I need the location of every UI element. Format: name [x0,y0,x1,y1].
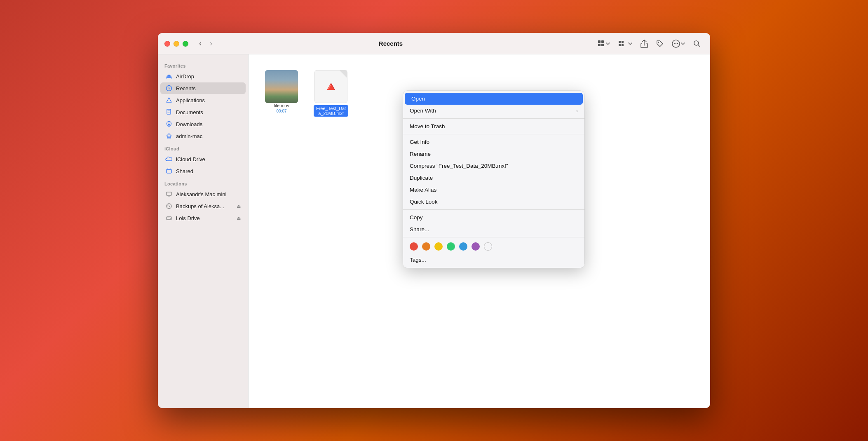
ctx-share[interactable]: Share... [403,223,584,235]
documents-icon [165,108,173,116]
svg-point-8 [658,42,659,43]
content-area: file.mov 00:07 🔺 Free_Test_Data_20MB.mxf… [249,54,710,408]
ctx-open-with[interactable]: Open With › [403,105,584,117]
mxf-filename-badge: Free_Test_Data_20MB.mxf [314,105,348,117]
svg-rect-20 [168,196,170,197]
ctx-color-yellow[interactable] [434,242,443,251]
search-button[interactable] [690,38,704,49]
share-button[interactable] [638,38,651,50]
sidebar-item-recents[interactable]: Recents [160,82,246,94]
sidebar-item-lois-drive[interactable]: Lois Drive ⏏ [160,212,246,224]
ctx-open[interactable]: Open [405,93,583,105]
svg-rect-4 [619,41,621,43]
recents-label: Recents [176,85,196,91]
group-chevron-icon [628,42,632,46]
sidebar-item-shared[interactable]: Shared [160,165,246,177]
more-button[interactable] [669,38,688,50]
svg-rect-16 [167,109,171,114]
sidebar-item-admin-mac[interactable]: admin-mac [160,130,246,142]
applications-icon [165,96,173,104]
context-menu: Open Open With › Move to Trash Get Info … [403,91,584,268]
svg-rect-7 [622,44,624,46]
downloads-icon [165,120,173,128]
ctx-color-green[interactable] [447,242,455,251]
svg-rect-6 [619,44,621,46]
ctx-tags[interactable]: Tags... [403,254,584,266]
minimize-button[interactable] [174,41,179,47]
ctx-copy-label: Copy [410,214,423,220]
file-item-mxf[interactable]: 🔺 Free_Test_Data_20MB.mxf [310,67,352,120]
eject-icon-lois[interactable]: ⏏ [237,216,241,221]
ctx-color-purple[interactable] [472,242,480,251]
svg-point-10 [674,43,675,44]
ctx-make-alias-label: Make Alias [410,187,436,193]
ctx-color-row [403,239,584,254]
ctx-tags-label: Tags... [410,257,426,263]
chevron-down-icon [606,42,610,46]
ctx-rename[interactable]: Rename [403,148,584,160]
sidebar-item-applications[interactable]: Applications [160,94,246,106]
group-icon [618,40,627,47]
vlc-cone-icon: 🔺 [323,79,339,94]
sidebar-item-airdrop[interactable]: AirDrop [160,70,246,82]
icloud-header: iCloud [158,142,248,153]
view-toggle-button[interactable] [595,38,613,49]
mov-duration: 00:07 [276,109,286,113]
ctx-rename-label: Rename [410,151,431,157]
backup-icon [165,202,173,210]
toolbar-tools [595,38,704,50]
shared-icon [165,167,173,175]
sidebar: Favorites AirDrop [158,54,249,408]
ctx-get-info[interactable]: Get Info [403,136,584,148]
finder-body: Favorites AirDrop [158,54,710,408]
ctx-compress[interactable]: Compress “Free_Test_Data_20MB.mxf” [403,160,584,172]
airdrop-label: AirDrop [176,73,194,80]
ctx-share-label: Share... [410,226,429,232]
file-item-mov[interactable]: file.mov 00:07 [261,67,302,120]
mov-filename: file.mov [274,103,289,108]
ctx-compress-label: Compress “Free_Test_Data_20MB.mxf” [410,163,508,169]
ctx-copy[interactable]: Copy [403,211,584,223]
airdrop-icon [165,73,173,80]
eject-icon-backups[interactable]: ⏏ [237,204,241,209]
tag-button[interactable] [653,38,666,49]
icloud-drive-label: iCloud Drive [176,156,205,162]
share-icon [640,40,648,48]
window-title: Recents [187,40,595,47]
downloads-label: Downloads [176,121,202,127]
close-button[interactable] [164,41,170,47]
favorites-header: Favorites [158,59,248,70]
more-chevron-icon [681,42,685,46]
ctx-color-red[interactable] [410,242,418,251]
ctx-quick-look[interactable]: Quick Look [403,196,584,208]
sidebar-item-backups[interactable]: Backups of Aleksa... ⏏ [160,200,246,212]
svg-rect-19 [167,192,171,195]
ctx-make-alias[interactable]: Make Alias [403,184,584,196]
ctx-move-trash[interactable]: Move to Trash [403,120,584,132]
drive-icon [165,214,173,222]
ctx-open-with-label: Open With [410,108,436,114]
finder-window: ‹ › Recents [158,33,710,408]
ctx-quick-look-label: Quick Look [410,199,438,205]
group-button[interactable] [615,38,635,49]
sidebar-item-mac-mini[interactable]: Aleksandr's Mac mini [160,188,246,200]
sidebar-item-documents[interactable]: Documents [160,106,246,118]
admin-mac-label: admin-mac [176,133,202,139]
ctx-color-none[interactable] [484,242,492,251]
grid-icon [598,40,605,47]
search-icon [693,40,701,47]
sidebar-item-icloud-drive[interactable]: iCloud Drive [160,153,246,165]
ctx-color-blue[interactable] [459,242,467,251]
lois-drive-label: Lois Drive [176,215,200,221]
ctx-sep-2 [403,134,584,134]
ctx-open-with-chevron: › [576,108,578,114]
sidebar-item-downloads[interactable]: Downloads [160,118,246,130]
svg-point-12 [677,43,678,44]
titlebar: ‹ › Recents [158,33,710,54]
ctx-duplicate[interactable]: Duplicate [403,172,584,184]
recents-icon [165,84,173,92]
mov-thumbnail [265,70,298,103]
ctx-open-label: Open [411,96,425,102]
svg-rect-18 [167,169,171,173]
ctx-color-orange[interactable] [422,242,430,251]
